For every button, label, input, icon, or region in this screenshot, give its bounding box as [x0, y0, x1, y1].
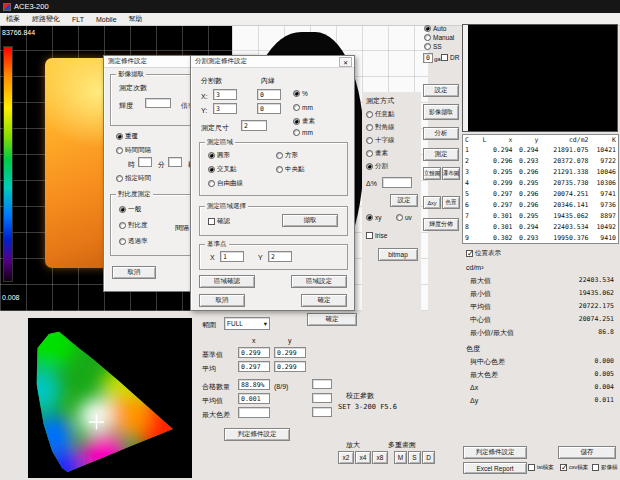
- time-interval-radio[interactable]: 時間間隔: [116, 146, 151, 155]
- stats-judge-condition-button[interactable]: 判定條件設定: [463, 446, 527, 459]
- reference-x-field[interactable]: 0.299: [238, 347, 270, 358]
- csv-file-checkbox[interactable]: csv檔案: [560, 464, 588, 471]
- x-inner-field[interactable]: 0: [257, 89, 281, 100]
- transmittance-radio[interactable]: 透過率: [119, 237, 148, 246]
- zoom-x8-button[interactable]: x8: [372, 451, 388, 464]
- zoom-x2-button[interactable]: x2: [338, 451, 354, 464]
- average-x-field[interactable]: 0.297: [238, 361, 270, 372]
- range-select[interactable]: FULL ▾: [224, 317, 270, 330]
- excel-report-button[interactable]: Excel Report: [463, 462, 527, 474]
- mode-point-radio[interactable]: 任意點: [366, 110, 395, 119]
- tst-file-checkbox[interactable]: tst檔案: [528, 464, 554, 471]
- bitmap-button[interactable]: bitmap: [378, 248, 418, 261]
- size-mm-radio[interactable]: mm: [293, 129, 313, 136]
- multi-s-button[interactable]: S: [408, 451, 421, 464]
- mode-diagonal-radio[interactable]: 對角線: [366, 123, 395, 132]
- menu-file[interactable]: 檔案: [0, 14, 26, 24]
- measure-button[interactable]: 測定: [423, 148, 459, 161]
- dr-checkbox[interactable]: DR: [441, 54, 459, 61]
- gain-field[interactable]: 0: [423, 53, 433, 63]
- percent-radio[interactable]: %: [293, 90, 308, 97]
- dialog-title-bar[interactable]: 分割測定條件設定: [191, 56, 354, 68]
- save-button[interactable]: 儲存: [558, 446, 616, 459]
- cie-diagram-panel[interactable]: [28, 318, 192, 478]
- stereo-button[interactable]: 立體圖: [423, 167, 441, 180]
- table-row[interactable]: 50.2970.29620074.2519741: [463, 189, 619, 200]
- table-row[interactable]: 10.2940.29421891.07510421: [463, 145, 619, 156]
- base-x-field[interactable]: 1: [220, 251, 244, 262]
- table-row[interactable]: 70.3010.29519435.0628897: [463, 210, 619, 221]
- delta-xy-button[interactable]: Δxy: [423, 196, 441, 209]
- y-inner-field[interactable]: 0: [257, 103, 281, 114]
- table-row[interactable]: 20.2960.29320372.0789722: [463, 156, 619, 167]
- measure-size-field[interactable]: 2: [241, 120, 267, 131]
- luminance-distribution-button[interactable]: 輝度分佈: [423, 218, 459, 231]
- xy-radio[interactable]: xy: [366, 214, 382, 221]
- menu-help[interactable]: 幫助: [123, 14, 149, 24]
- normal-radio[interactable]: 一般: [119, 205, 141, 214]
- close-icon[interactable]: ✕: [339, 57, 352, 67]
- mode-pixel-radio[interactable]: 畫素: [366, 149, 388, 158]
- measure-mode-ok-button[interactable]: 確定: [307, 313, 357, 326]
- confirm-checkbox[interactable]: 確認: [208, 217, 230, 226]
- color-position-button[interactable]: 色置: [442, 196, 460, 209]
- irise-checkbox[interactable]: Irise: [366, 232, 387, 239]
- menu-mobile[interactable]: Mobile: [90, 16, 123, 23]
- zoom-x4-button[interactable]: x4: [355, 451, 371, 464]
- result-image-display[interactable]: [462, 24, 618, 132]
- area-confirm-button[interactable]: 區域確認: [199, 275, 255, 288]
- set-button[interactable]: 設定: [423, 84, 459, 97]
- appointed-time-radio[interactable]: 指定時間: [116, 174, 151, 183]
- hour-field[interactable]: [138, 157, 152, 167]
- max-color-diff-field[interactable]: [238, 407, 270, 418]
- manual-radio[interactable]: Manual: [424, 34, 454, 41]
- square-radio[interactable]: 方形: [276, 151, 298, 160]
- repeat-radio[interactable]: 重覆: [116, 132, 138, 141]
- mode-set-button[interactable]: 設定: [390, 194, 418, 207]
- auto-radio[interactable]: Auto: [424, 25, 446, 32]
- contrast-radio[interactable]: 對比度: [119, 221, 148, 230]
- split-dialog-cancel-button[interactable]: 取消: [199, 294, 245, 307]
- menu-flt[interactable]: FLT: [66, 16, 90, 23]
- menu-path-change[interactable]: 經路變化: [26, 14, 66, 24]
- image-file-checkbox[interactable]: 影像檔: [592, 464, 618, 471]
- mode-split-radio[interactable]: 分割: [366, 162, 388, 171]
- delta-percent-field[interactable]: [382, 177, 412, 188]
- minute-field[interactable]: [168, 157, 182, 167]
- reference-y-field[interactable]: 0.299: [274, 347, 306, 358]
- position-display-checkbox[interactable]: 位置表示: [466, 249, 501, 258]
- cross-point-radio[interactable]: 交叉點: [208, 165, 237, 174]
- center-point-radio[interactable]: 中央點: [276, 165, 305, 174]
- table-row[interactable]: 40.2990.29520735.73010306: [463, 178, 619, 189]
- area-set-button[interactable]: 區域設定: [291, 275, 347, 288]
- analyze-button[interactable]: 分析: [423, 127, 459, 140]
- split-dialog-ok-button[interactable]: 確定: [301, 294, 347, 307]
- multi-m-button[interactable]: M: [394, 451, 407, 464]
- mean-field[interactable]: 0.001: [238, 393, 270, 404]
- measurement-table[interactable]: CLxycd/m2K 10.2940.29421891.0751042120.2…: [462, 134, 619, 244]
- x-division-field[interactable]: 3: [213, 89, 237, 100]
- free-curve-radio[interactable]: 自由曲線: [208, 179, 243, 188]
- average-y-field[interactable]: 0.299: [274, 361, 306, 372]
- image-capture-button[interactable]: 影像擷取: [423, 104, 459, 120]
- circle-radio[interactable]: 圓形: [208, 151, 230, 160]
- table-row[interactable]: 90.3020.29319950.3769410: [463, 232, 619, 244]
- title-bar[interactable]: ACE3-200: [0, 0, 620, 13]
- mode-cross-radio[interactable]: 十字線: [366, 136, 395, 145]
- ss-radio[interactable]: SS: [424, 43, 442, 50]
- waterfall-button[interactable]: 瀑布圖: [442, 167, 460, 180]
- pixel-radio[interactable]: 畫素: [293, 117, 315, 126]
- table-row[interactable]: 80.3010.29422403.53410492: [463, 221, 619, 232]
- y-division-field[interactable]: 3: [213, 103, 237, 114]
- pass-count-field[interactable]: 88.89%: [238, 379, 270, 390]
- table-row[interactable]: 60.2970.29620346.1419736: [463, 199, 619, 210]
- uv-radio[interactable]: uv: [396, 214, 412, 221]
- grab-button[interactable]: 擷取: [282, 214, 338, 227]
- multi-d-button[interactable]: D: [422, 451, 435, 464]
- luminance-field[interactable]: [145, 98, 171, 108]
- base-y-field[interactable]: 2: [268, 251, 292, 262]
- table-row[interactable]: 30.2950.29621291.33810046: [463, 167, 619, 178]
- judge-condition-button[interactable]: 判定條件設定: [224, 428, 290, 441]
- mm-radio[interactable]: mm: [293, 104, 313, 111]
- measure-dialog-cancel-button[interactable]: 取消: [112, 266, 156, 279]
